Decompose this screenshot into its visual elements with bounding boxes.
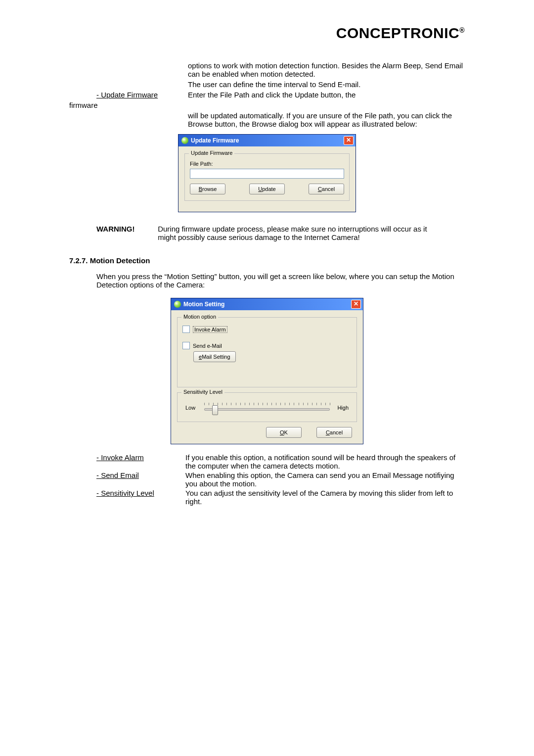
send-email-label: Send e-Mail <box>193 343 222 349</box>
slider-bar <box>204 408 330 411</box>
firmware-word: firmware <box>69 101 465 109</box>
slider-thumb[interactable] <box>212 405 218 415</box>
brand-text: CONCEPTRONIC <box>336 25 459 41</box>
dialog-titlebar: Motion Setting ✕ <box>171 298 363 310</box>
update-firmware-text-1: Enter the File Path and click the Update… <box>188 91 465 99</box>
motion-option-group: Motion option Invoke Alarm Send e-Mail e… <box>177 317 357 387</box>
app-icon <box>174 301 181 308</box>
def-send-text: When enabling this option, the Camera ca… <box>185 471 465 488</box>
update-firmware-label: - Update Firmware <box>96 91 178 99</box>
sensitivity-group: Sensitivity Level Low High <box>177 392 357 422</box>
filepath-label: File Path: <box>190 161 344 167</box>
cancel-button[interactable]: Cancel <box>309 184 344 194</box>
filepath-input[interactable] <box>190 169 344 179</box>
dialog-titlebar: Update Firmware ✕ <box>178 135 356 146</box>
section-para: When you press the “Motion Setting” butt… <box>96 272 465 289</box>
intro-para-2: The user can define the time interval to… <box>188 80 465 89</box>
def-invoke-label: - Invoke Alarm <box>96 453 185 470</box>
low-label: Low <box>185 405 195 411</box>
sensitivity-slider[interactable]: Low High <box>182 403 352 416</box>
brand-logo: CONCEPTRONIC® <box>69 25 465 42</box>
update-firmware-dialog: Update Firmware ✕ Update Firmware File P… <box>178 134 356 212</box>
close-icon[interactable]: ✕ <box>351 300 361 309</box>
group-legend: Update Firmware <box>189 150 234 156</box>
invoke-alarm-checkbox[interactable] <box>182 326 190 333</box>
high-label: High <box>337 405 349 411</box>
dialog-title: Update Firmware <box>191 137 239 144</box>
def-send-label: - Send Email <box>96 471 185 488</box>
update-firmware-group: Update Firmware File Path: Browse Update… <box>184 153 350 201</box>
def-sens-text: You can adjust the sensitivity level of … <box>185 489 465 506</box>
close-icon[interactable]: ✕ <box>344 136 354 145</box>
intro-para-1: options to work with motion detection fu… <box>188 61 465 78</box>
email-setting-button[interactable]: eMail Setting <box>193 351 236 362</box>
ok-button[interactable]: OK <box>266 427 302 438</box>
invoke-alarm-label: Invoke Alarm <box>193 326 227 333</box>
app-icon <box>181 137 188 144</box>
dialog-title: Motion Setting <box>183 301 224 308</box>
motion-setting-dialog: Motion Setting ✕ Motion option Invoke Al… <box>171 298 363 444</box>
group-legend: Motion option <box>181 314 218 320</box>
section-heading: 7.2.7. Motion Detection <box>69 256 465 265</box>
browse-button[interactable]: Browse <box>190 184 225 194</box>
update-button[interactable]: Update <box>249 184 285 194</box>
cancel-button[interactable]: Cancel <box>316 427 352 438</box>
warning-text: During firmware update process, please m… <box>158 225 435 241</box>
send-email-checkbox[interactable] <box>182 342 190 349</box>
group-legend: Sensitivity Level <box>181 389 224 395</box>
update-firmware-text-2: will be updated automatically. If you ar… <box>188 111 465 128</box>
slider-ticks <box>204 403 330 407</box>
warning-label: WARNING! <box>96 225 146 233</box>
def-sens-label: - Sensitivity Level <box>96 489 185 506</box>
brand-reg: ® <box>459 26 465 34</box>
def-invoke-text: If you enable this option, a notificatio… <box>185 453 465 470</box>
